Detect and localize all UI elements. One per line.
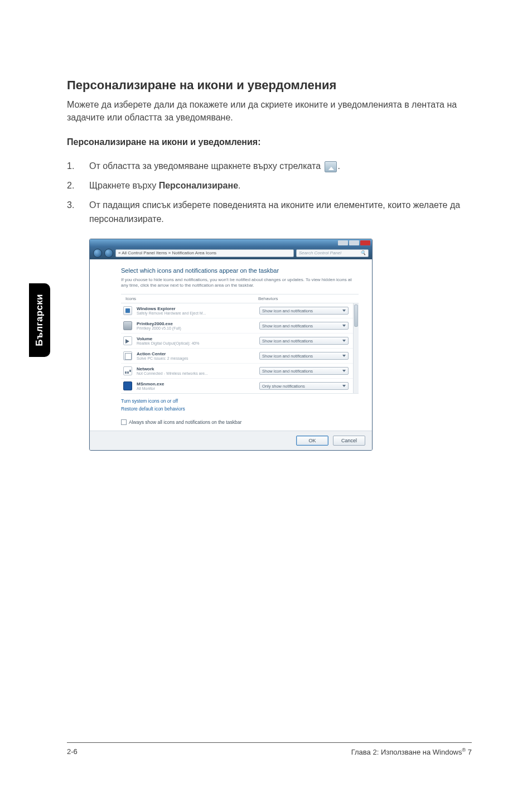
volume-icon bbox=[123, 336, 132, 345]
page-heading: Персонализиране на икони и увердомления bbox=[67, 78, 465, 93]
button-bar: OK Cancel bbox=[90, 431, 372, 450]
item-name: Volume bbox=[137, 336, 259, 341]
item-name: Action Center bbox=[137, 351, 259, 356]
step-1-text-post: . bbox=[338, 161, 340, 171]
item-subtext: Realtek Digital Output(Optical): 40% bbox=[137, 341, 259, 345]
checkbox-icon[interactable] bbox=[121, 419, 127, 425]
icon-list: Windows Explorer Safely Remove Hardware … bbox=[121, 303, 359, 394]
list-item: MSnmon.exe All Monitor Only show notific… bbox=[121, 379, 353, 393]
behavior-dropdown[interactable]: Show icon and notifications bbox=[259, 307, 349, 315]
language-tab: Български bbox=[29, 283, 50, 357]
step-1: 1. От областта за уведомяване щракнете в… bbox=[67, 160, 465, 173]
column-icons: Icons bbox=[121, 296, 258, 301]
address-bar: « All Control Panel Items » Notification… bbox=[90, 247, 372, 259]
step-number: 2. bbox=[67, 179, 78, 193]
item-name: MSnmon.exe bbox=[137, 381, 259, 386]
column-behaviors: Behaviors bbox=[258, 296, 359, 301]
item-name: Windows Explorer bbox=[137, 306, 259, 311]
breadcrumb[interactable]: « All Control Panel Items » Notification… bbox=[115, 249, 294, 257]
maximize-button[interactable] bbox=[349, 240, 359, 245]
behavior-dropdown[interactable]: Show icon and notifications bbox=[259, 352, 349, 360]
list-item: Printkey2000.exe Printkey 2000 v5.10 (Fu… bbox=[121, 318, 353, 334]
list-header: Icons Behaviors bbox=[121, 294, 359, 303]
windows-explorer-icon bbox=[123, 306, 132, 315]
nav-back-button[interactable] bbox=[93, 249, 102, 258]
list-item: Windows Explorer Safely Remove Hardware … bbox=[121, 303, 353, 318]
item-subtext: Safely Remove Hardware and Eject M... bbox=[137, 311, 259, 315]
nav-forward-button[interactable] bbox=[104, 249, 113, 258]
search-icon: 🔍 bbox=[360, 250, 366, 255]
behavior-dropdown[interactable]: Show icon and notifications bbox=[259, 367, 349, 375]
search-placeholder: Search Control Panel bbox=[299, 250, 341, 255]
window-content: Select which icons and notifications app… bbox=[90, 259, 372, 431]
step-2: 2. Щракнете върху Персонализиране. bbox=[67, 179, 465, 193]
footer-page-number: 2-6 bbox=[67, 747, 78, 756]
step-number: 1. bbox=[67, 160, 78, 173]
sub-heading: Персонализиране на икони и уведомления: bbox=[67, 137, 465, 147]
item-subtext: Printkey 2000 v5.10 (Full) bbox=[137, 326, 259, 330]
step-3-text: От падащия списък изберете поведенията н… bbox=[89, 199, 465, 226]
always-show-checkbox-row[interactable]: Always show all icons and notifications … bbox=[121, 419, 359, 425]
scrollbar[interactable] bbox=[353, 303, 359, 393]
close-button[interactable] bbox=[360, 240, 370, 245]
checkbox-label: Always show all icons and notifications … bbox=[129, 419, 241, 425]
step-2-bold: Персонализиране bbox=[159, 181, 238, 190]
search-input[interactable]: Search Control Panel 🔍 bbox=[296, 249, 369, 257]
step-2-text-pre: Щракнете върху bbox=[89, 181, 159, 190]
item-name: Network bbox=[137, 366, 259, 371]
behavior-dropdown[interactable]: Only show notifications bbox=[259, 382, 349, 390]
link-turn-system-icons[interactable]: Turn system icons on or off bbox=[121, 398, 359, 404]
behavior-dropdown[interactable]: Show icon and notifications bbox=[259, 322, 349, 330]
ok-button[interactable]: OK bbox=[296, 436, 328, 446]
intro-paragraph: Можете да изберете дали да покажете или … bbox=[67, 98, 465, 124]
printer-icon bbox=[123, 321, 132, 330]
step-3: 3. От падащия списък изберете поведеният… bbox=[67, 199, 465, 226]
cancel-button[interactable]: Cancel bbox=[333, 436, 365, 446]
item-subtext: Solve PC issues: 2 messages bbox=[137, 356, 259, 360]
action-center-icon bbox=[123, 351, 132, 360]
chevron-up-icon bbox=[325, 161, 337, 172]
window-titlebar bbox=[90, 239, 372, 247]
footer-chapter: Глава 2: Използване на Windows® 7 bbox=[351, 747, 472, 756]
network-icon bbox=[123, 366, 132, 375]
screenshot-window: « All Control Panel Items » Notification… bbox=[89, 239, 373, 451]
list-item: Action Center Solve PC issues: 2 message… bbox=[121, 349, 353, 364]
language-tab-label: Български bbox=[34, 294, 45, 346]
item-name: Printkey2000.exe bbox=[137, 321, 259, 326]
list-item: Volume Realtek Digital Output(Optical): … bbox=[121, 334, 353, 349]
content-description: If you choose to hide icons and notifica… bbox=[121, 277, 359, 289]
behavior-dropdown[interactable]: Show icon and notifications bbox=[259, 337, 349, 345]
link-restore-defaults[interactable]: Restore default icon behaviors bbox=[121, 406, 359, 412]
step-number: 3. bbox=[67, 199, 78, 226]
content-title: Select which icons and notifications app… bbox=[121, 267, 359, 274]
links-area: Turn system icons on or off Restore defa… bbox=[121, 394, 359, 416]
minimize-button[interactable] bbox=[338, 240, 348, 245]
item-subtext: Not Connected - Wireless networks are... bbox=[137, 371, 259, 375]
item-subtext: All Monitor bbox=[137, 386, 259, 390]
page-footer: 2-6 Глава 2: Използване на Windows® 7 bbox=[67, 742, 472, 756]
step-2-text-post: . bbox=[238, 181, 240, 190]
step-1-text-pre: От областта за уведомяване щракнете върх… bbox=[89, 161, 323, 171]
shield-icon bbox=[123, 381, 132, 390]
list-item: Network Not Connected - Wireless network… bbox=[121, 364, 353, 379]
steps-list: 1. От областта за уведомяване щракнете в… bbox=[67, 160, 465, 226]
